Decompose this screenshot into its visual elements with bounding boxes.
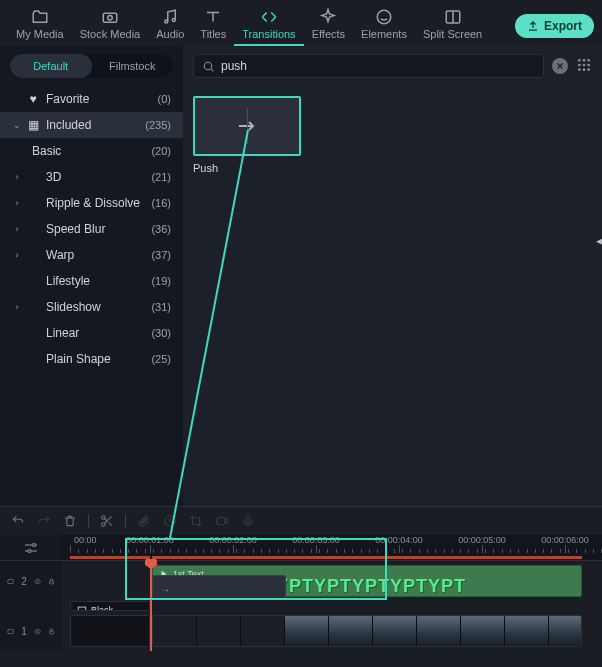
svg-rect-23	[8, 579, 13, 583]
track-number: 1	[21, 626, 27, 637]
nav-basic[interactable]: Basic (20)	[0, 138, 183, 164]
clear-search-button[interactable]	[552, 58, 568, 74]
tab-elements[interactable]: Elements	[353, 6, 415, 46]
svg-point-6	[204, 62, 212, 70]
nav-lifestyle[interactable]: Lifestyle (19)	[0, 268, 183, 294]
playhead[interactable]	[150, 561, 152, 651]
track-header-1[interactable]: 1	[0, 611, 62, 651]
tab-label: Effects	[312, 28, 345, 40]
image-icon	[7, 626, 14, 637]
tab-audio[interactable]: Audio	[148, 6, 192, 46]
svg-rect-28	[49, 631, 53, 634]
tab-label: My Media	[16, 28, 64, 40]
nav-linear[interactable]: Linear (30)	[0, 320, 183, 346]
camera-icon	[101, 8, 119, 26]
nav-label: Plain Shape	[46, 352, 151, 366]
nav-speed-blur[interactable]: › Speed Blur (36)	[0, 216, 183, 242]
chevron-right-icon: ›	[10, 172, 24, 182]
timeline-tracks[interactable]: 00:00 00:00:01:00 00:00:02:00 00:00:03:0…	[62, 535, 602, 651]
arrow-right-icon: →	[161, 585, 170, 595]
heart-icon: ♥	[24, 92, 42, 106]
collapse-panel-icon[interactable]: ◀	[596, 236, 602, 246]
lock-icon[interactable]	[48, 576, 55, 587]
eye-icon[interactable]	[34, 626, 41, 637]
track-number: 2	[21, 576, 27, 587]
track-header-2[interactable]: 2	[0, 561, 62, 601]
split-icon	[444, 8, 462, 26]
marker-button[interactable]	[136, 513, 152, 529]
nav-count: (25)	[151, 353, 171, 365]
nav-label: Linear	[46, 326, 151, 340]
redo-button[interactable]	[36, 513, 52, 529]
close-icon	[555, 61, 565, 71]
crop-icon	[189, 514, 203, 528]
svg-rect-26	[8, 629, 13, 633]
trash-icon	[63, 514, 77, 528]
export-button[interactable]: Export	[515, 14, 594, 38]
tab-transitions[interactable]: Transitions	[234, 6, 303, 46]
ruler-label: 00:00:03:00	[292, 535, 340, 545]
track-headers: 2 1	[0, 535, 62, 651]
speed-button[interactable]	[162, 513, 178, 529]
tab-default[interactable]: Default	[10, 54, 92, 78]
arrow-right-icon	[235, 114, 259, 138]
grid-view-button[interactable]	[576, 57, 592, 76]
svg-rect-0	[103, 13, 117, 22]
svg-rect-25	[49, 581, 53, 584]
search-box	[193, 54, 544, 78]
search-input[interactable]	[221, 59, 535, 73]
svg-point-4	[377, 10, 391, 24]
clip-black-label[interactable]: Black	[70, 601, 150, 611]
split-button[interactable]	[99, 513, 115, 529]
track-row-2[interactable]: 1st Text PTYPTYPTYPTYPTYPTYPT →	[62, 561, 602, 601]
crop-button[interactable]	[188, 513, 204, 529]
timeline-ruler[interactable]: 00:00 00:00:01:00 00:00:02:00 00:00:03:0…	[62, 535, 602, 561]
nav-favorite[interactable]: ♥ Favorite (0)	[0, 86, 183, 112]
nav-warp[interactable]: › Warp (37)	[0, 242, 183, 268]
tab-effects[interactable]: Effects	[304, 6, 353, 46]
ruler-segment	[152, 556, 582, 559]
svg-point-12	[587, 63, 590, 66]
ruler-label: 00:00:04:00	[375, 535, 423, 545]
nav-3d[interactable]: › 3D (21)	[0, 164, 183, 190]
nav-included[interactable]: ⌄ ▦ Included (235)	[0, 112, 183, 138]
clip-transition-applied[interactable]: →	[152, 575, 286, 599]
tab-my-media[interactable]: My Media	[8, 6, 72, 46]
svg-point-24	[37, 580, 38, 581]
clip-black[interactable]	[70, 615, 150, 647]
clip-video[interactable]	[152, 615, 582, 647]
nav-label: Favorite	[46, 92, 158, 106]
lock-icon[interactable]	[48, 626, 55, 637]
ruler-segment	[70, 556, 150, 559]
svg-point-8	[583, 59, 586, 62]
tab-split-screen[interactable]: Split Screen	[415, 6, 490, 46]
nav-slideshow[interactable]: › Slideshow (31)	[0, 294, 183, 320]
svg-point-22	[28, 549, 31, 552]
svg-point-11	[583, 63, 586, 66]
svg-point-13	[578, 68, 581, 71]
tab-label: Audio	[156, 28, 184, 40]
timeline-settings-button[interactable]	[0, 535, 62, 561]
delete-button[interactable]	[62, 513, 78, 529]
eye-icon[interactable]	[34, 576, 41, 587]
ruler-label: 00:00:01:00	[126, 535, 174, 545]
track-row-1[interactable]	[62, 611, 602, 651]
adjust-icon	[22, 539, 40, 557]
transition-item-push[interactable]: Push	[193, 96, 301, 174]
nav-count: (20)	[151, 145, 171, 157]
transition-icon	[260, 8, 278, 26]
nav-ripple-dissolve[interactable]: › Ripple & Dissolve (16)	[0, 190, 183, 216]
nav-label: Basic	[32, 144, 151, 158]
color-button[interactable]	[214, 513, 230, 529]
text-icon	[204, 8, 222, 26]
tab-stock-media[interactable]: Stock Media	[72, 6, 149, 46]
voiceover-button[interactable]	[240, 513, 256, 529]
nav-count: (30)	[151, 327, 171, 339]
nav-plain-shape[interactable]: Plain Shape (25)	[0, 346, 183, 372]
nav-count: (19)	[151, 275, 171, 287]
track-gap: Black	[62, 601, 602, 611]
tab-titles[interactable]: Titles	[192, 6, 234, 46]
timeline-toolbar	[0, 507, 602, 535]
undo-button[interactable]	[10, 513, 26, 529]
tab-filmstock[interactable]: Filmstock	[92, 54, 174, 78]
